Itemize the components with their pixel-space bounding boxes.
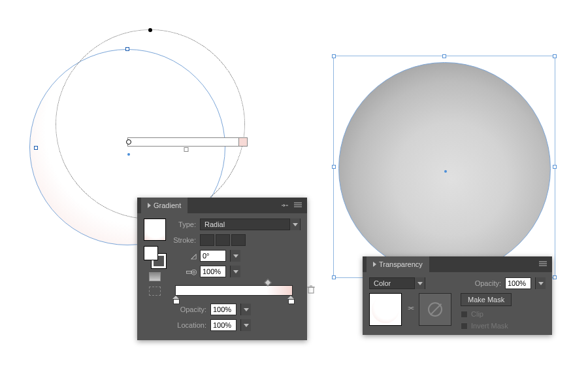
angle-icon: ◿ [171, 252, 196, 260]
invert-mask-label: Invert Mask [471, 322, 508, 330]
stroke-within-button[interactable] [200, 234, 214, 246]
gradient-annotator-slider[interactable] [127, 137, 245, 147]
transparency-opacity-field[interactable] [505, 277, 531, 289]
angle-input[interactable] [200, 250, 226, 262]
panel-cycle-icon[interactable] [280, 201, 290, 210]
clip-label: Clip [471, 310, 483, 318]
opacity-label: Opacity: [171, 306, 206, 313]
transparency-panel-title: Transparency [379, 256, 423, 272]
location-field[interactable] [210, 319, 237, 331]
panel-menu-icon[interactable] [293, 201, 303, 210]
invert-mask-checkbox[interactable]: Invert Mask [461, 322, 512, 330]
right-sphere-artwork [338, 62, 551, 275]
transparency-opacity-label: Opacity: [475, 279, 501, 287]
make-mask-button[interactable]: Make Mask [461, 293, 512, 306]
blend-mode-value: Color [370, 279, 395, 287]
gradient-annotator-outline[interactable] [56, 29, 245, 219]
fill-swatch[interactable] [144, 246, 158, 260]
gradient-origin-handle[interactable] [126, 139, 131, 145]
fill-stroke-toggle[interactable] [144, 246, 166, 268]
stop-opacity-input[interactable] [210, 304, 237, 315]
center-point [127, 153, 130, 156]
gradient-type-dropdown[interactable]: Radial [200, 218, 301, 230]
gradient-panel-header[interactable]: Gradient [137, 198, 307, 213]
stop-opacity-dropdown[interactable] [240, 304, 251, 315]
object-thumbnail[interactable] [369, 293, 402, 326]
panel-menu-icon[interactable] [538, 260, 548, 269]
anchor-left[interactable] [34, 146, 38, 150]
gradient-panel-title: Gradient [154, 198, 181, 213]
transparency-panel-header[interactable]: Transparency [363, 256, 552, 272]
gradient-bar[interactable] [175, 285, 293, 296]
aspect-ratio-icon: ▭◎ [171, 268, 196, 276]
location-dropdown[interactable] [240, 319, 251, 331]
gradient-tab[interactable]: Gradient [141, 198, 188, 213]
color-stop-start[interactable] [172, 296, 179, 302]
stop-opacity-field[interactable] [210, 304, 237, 315]
no-mask-icon [428, 302, 442, 317]
stroke-gradient-buttons [200, 234, 246, 246]
location-input[interactable] [210, 319, 237, 331]
gradient-mid-handle[interactable] [184, 147, 189, 152]
collapse-arrow-icon [148, 203, 151, 208]
color-stop-end[interactable] [287, 296, 294, 302]
svg-rect-0 [308, 287, 314, 293]
collapse-arrow-icon [373, 262, 376, 267]
gradient-type-value: Radial [201, 220, 229, 228]
stroke-label: Stroke: [171, 236, 196, 244]
aspect-dropdown-button[interactable] [230, 266, 240, 277]
transparency-tab[interactable]: Transparency [367, 256, 429, 272]
mask-thumbnail[interactable] [419, 293, 451, 326]
reverse-gradient-icon[interactable] [149, 272, 161, 281]
type-label: Type: [171, 220, 196, 228]
transparency-opacity-dropdown[interactable] [535, 277, 546, 289]
anchor-top[interactable] [125, 47, 129, 51]
location-label: Location: [171, 321, 206, 329]
clip-checkbox[interactable]: Clip [461, 310, 512, 318]
blend-mode-dropdown[interactable]: Color [369, 277, 425, 289]
gradient-ramp[interactable] [175, 285, 301, 296]
aspect-field[interactable] [200, 266, 226, 277]
gradient-tool-icon[interactable] [149, 287, 161, 296]
angle-field[interactable] [200, 250, 226, 262]
transparency-opacity-input[interactable] [505, 277, 531, 289]
aspect-input[interactable] [200, 266, 226, 277]
transparency-panel: Transparency Color Opacity: ⫘ Make Mask … [363, 256, 552, 335]
gradient-end-handle[interactable] [238, 137, 248, 147]
stroke-along-button[interactable] [216, 234, 230, 246]
link-mask-icon[interactable]: ⫘ [406, 293, 415, 322]
gradient-panel: Gradient Type: Radial [137, 198, 307, 340]
angle-dropdown-button[interactable] [230, 250, 240, 262]
right-center-point [444, 170, 447, 173]
stroke-across-button[interactable] [231, 234, 246, 246]
gradient-preview-swatch[interactable] [144, 218, 166, 241]
delete-stop-icon[interactable] [307, 285, 316, 296]
